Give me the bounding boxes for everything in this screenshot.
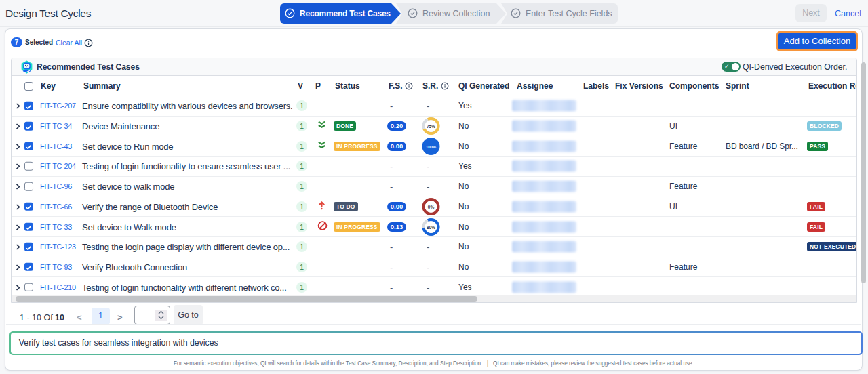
svg-text:80%: 80% xyxy=(427,224,435,229)
svg-text:100%: 100% xyxy=(426,145,437,149)
svg-text:0%: 0% xyxy=(428,205,435,209)
svg-text:75%: 75% xyxy=(427,124,435,129)
